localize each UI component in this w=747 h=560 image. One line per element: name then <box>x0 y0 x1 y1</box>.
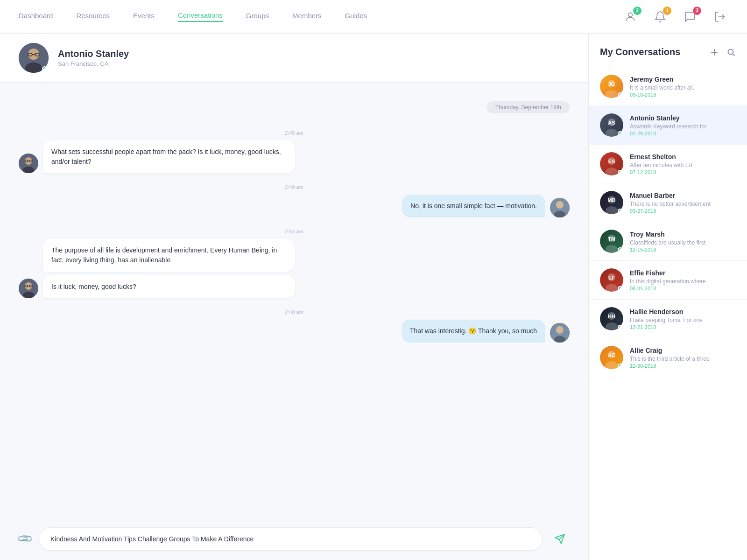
conv-date-troy-marsh: 12-15-2018 <box>630 247 736 252</box>
msg-avatar-other-1 <box>550 198 570 217</box>
conv-avatar-allie-craig: AC <box>600 346 623 369</box>
message-row-1: What sets successful people apart from t… <box>19 140 570 173</box>
messages-container[interactable]: Thursday, September 19th 2:45 am Wh <box>0 83 588 518</box>
message-row-4: That was interestig. 😗 Thank you, so muc… <box>19 320 570 343</box>
online-dot-allie-craig <box>618 364 622 368</box>
conv-name-antonio-stanley: Antonio Stanley <box>630 114 736 122</box>
conv-info-effie-fisher: Effie Fisher In this digital generation … <box>630 269 736 291</box>
top-nav: DashboardResourcesEventsConversationsGro… <box>0 0 747 34</box>
conversation-item-manuel-barber[interactable]: MB Manuel Barber There is no better adve… <box>589 183 747 222</box>
nav-link-dashboard[interactable]: Dashboard <box>19 12 53 21</box>
bubble-2: No, it is one small simple fact — motiva… <box>402 195 545 217</box>
chat-contact-avatar <box>19 43 49 73</box>
conv-avatar-antonio-stanley: AS <box>600 113 623 137</box>
conversation-item-antonio-stanley[interactable]: AS Antonio Stanley Adwords Keyword resea… <box>589 106 747 145</box>
sidebar-actions <box>710 48 736 57</box>
online-dot-troy-marsh <box>618 247 622 252</box>
conv-preview-antonio-stanley: Adwords Keyword research for <box>630 123 736 130</box>
online-dot-hallie-henderson <box>618 325 622 329</box>
conversation-item-hallie-henderson[interactable]: HH Hallie Henderson I hate peeping Toms.… <box>589 300 747 338</box>
nav-icon-messages[interactable]: 3 <box>682 8 698 25</box>
svg-text:HH: HH <box>608 314 615 319</box>
send-button[interactable] <box>550 529 570 549</box>
multi-bubble-3: The purpose of all life is development a… <box>43 239 295 298</box>
conv-info-allie-craig: Allie Craig This is the third article of… <box>630 347 736 369</box>
nav-link-conversations[interactable]: Conversations <box>178 11 223 22</box>
sidebar-header: My Conversations <box>589 34 747 67</box>
nav-icon-profile[interactable]: 2 <box>622 8 639 25</box>
conv-date-allie-craig: 12-30-2018 <box>630 363 736 369</box>
conv-info-antonio-stanley: Antonio Stanley Adwords Keyword research… <box>630 114 736 136</box>
svg-text:ES: ES <box>608 159 615 164</box>
conv-name-allie-craig: Allie Craig <box>630 347 736 354</box>
svg-text:MB: MB <box>607 197 615 203</box>
conv-avatar-hallie-henderson: HH <box>600 307 623 330</box>
conv-info-jeremy-green: Jeremy Green It is a small world after a… <box>630 76 736 98</box>
right-sidebar: My Conversations <box>588 34 747 560</box>
conv-preview-effie-fisher: In this digital generation where <box>630 278 736 285</box>
chat-input-area: 📎 <box>0 518 588 560</box>
bubble-1: What sets successful people apart from t… <box>43 140 295 173</box>
svg-text:AS: AS <box>608 120 615 126</box>
conv-name-manuel-barber: Manuel Barber <box>630 192 736 199</box>
main-layout: Antonio Stanley San Francisco, CA Thursd… <box>0 34 747 560</box>
msg-avatar-antonio-1 <box>19 154 38 173</box>
nav-icon-logout[interactable] <box>712 8 728 25</box>
conv-info-manuel-barber: Manuel Barber There is no better adverti… <box>630 192 736 214</box>
bubble-3b: Is it luck, money, good lucks? <box>43 275 295 298</box>
contact-location: San Francisco, CA <box>58 60 129 67</box>
svg-text:JG: JG <box>608 81 615 87</box>
nav-link-groups[interactable]: Groups <box>246 12 269 21</box>
conv-name-ernest-shelton: Ernest Shelton <box>630 153 736 161</box>
bubble-4: That was interestig. 😗 Thank you, so muc… <box>402 320 545 343</box>
conv-date-effie-fisher: 08-01-2018 <box>630 286 736 291</box>
attach-icon[interactable]: 📎 <box>16 530 34 547</box>
message-input[interactable] <box>39 527 543 551</box>
svg-point-3 <box>28 49 39 60</box>
conversation-item-ernest-shelton[interactable]: ES Ernest Shelton After ten minutes with… <box>589 145 747 183</box>
conv-name-effie-fisher: Effie Fisher <box>630 269 736 277</box>
timestamp-1: 2:45 am <box>19 130 570 136</box>
conv-preview-jeremy-green: It is a small world after all. <box>630 84 736 91</box>
svg-text:TM: TM <box>608 236 615 242</box>
svg-point-15 <box>556 201 564 209</box>
conv-avatar-ernest-shelton: ES <box>600 152 623 175</box>
new-conversation-button[interactable] <box>710 48 719 57</box>
conv-avatar-troy-marsh: TM <box>600 230 623 253</box>
msg-avatar-antonio-2 <box>19 279 38 298</box>
conv-date-hallie-henderson: 12-21-2018 <box>630 324 736 330</box>
conv-avatar-manuel-barber: MB <box>600 191 623 214</box>
date-divider: Thursday, September 19th <box>19 101 570 113</box>
conversation-item-troy-marsh[interactable]: TM Troy Marsh Classifieds are usually th… <box>589 222 747 261</box>
chat-area: Antonio Stanley San Francisco, CA Thursd… <box>0 34 588 560</box>
conv-date-antonio-stanley: 01-29-2018 <box>630 131 736 136</box>
conv-name-troy-marsh: Troy Marsh <box>630 231 736 238</box>
message-row-3: The purpose of all life is development a… <box>19 239 570 298</box>
sidebar-title: My Conversations <box>600 47 680 57</box>
nav-link-events[interactable]: Events <box>133 12 155 21</box>
svg-point-0 <box>628 13 633 17</box>
conv-name-jeremy-green: Jeremy Green <box>630 76 736 83</box>
svg-text:EF: EF <box>608 275 615 280</box>
nav-link-resources[interactable]: Resources <box>76 12 110 21</box>
online-dot-manuel-barber <box>618 209 622 213</box>
timestamp-2: 2:48 am <box>19 184 570 190</box>
online-dot-antonio-stanley <box>618 131 622 136</box>
conversation-item-allie-craig[interactable]: AC Allie Craig This is the third article… <box>589 338 747 377</box>
conv-preview-manuel-barber: There is no better advertisement <box>630 201 736 207</box>
svg-point-24 <box>556 326 564 334</box>
online-dot-effie-fisher <box>618 286 622 291</box>
conversations-list[interactable]: JG Jeremy Green It is a small world afte… <box>589 67 747 560</box>
nav-links: DashboardResourcesEventsConversationsGro… <box>19 11 622 22</box>
conv-date-manuel-barber: 03-27-2018 <box>630 208 736 214</box>
search-conversations-button[interactable] <box>726 48 736 57</box>
conv-name-hallie-henderson: Hallie Henderson <box>630 308 736 315</box>
conversation-item-jeremy-green[interactable]: JG Jeremy Green It is a small world afte… <box>589 67 747 106</box>
nav-icon-notifications[interactable]: 1 <box>652 8 669 25</box>
chat-header: Antonio Stanley San Francisco, CA <box>0 34 588 83</box>
conversation-item-effie-fisher[interactable]: EF Effie Fisher In this digital generati… <box>589 261 747 300</box>
nav-link-members[interactable]: Members <box>292 12 322 21</box>
conv-date-ernest-shelton: 07-12-2018 <box>630 169 736 175</box>
nav-link-guides[interactable]: Guides <box>345 12 367 21</box>
online-indicator <box>42 66 47 71</box>
